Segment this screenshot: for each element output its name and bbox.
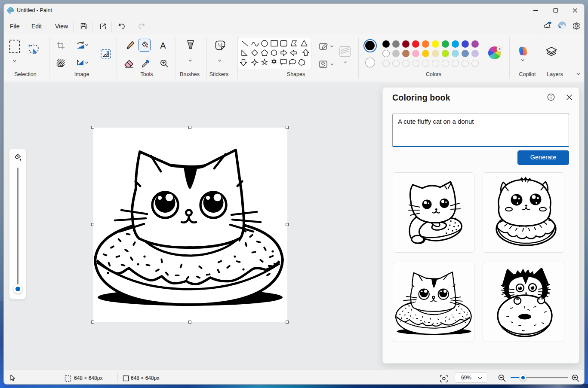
- svg-text:A: A: [160, 41, 166, 50]
